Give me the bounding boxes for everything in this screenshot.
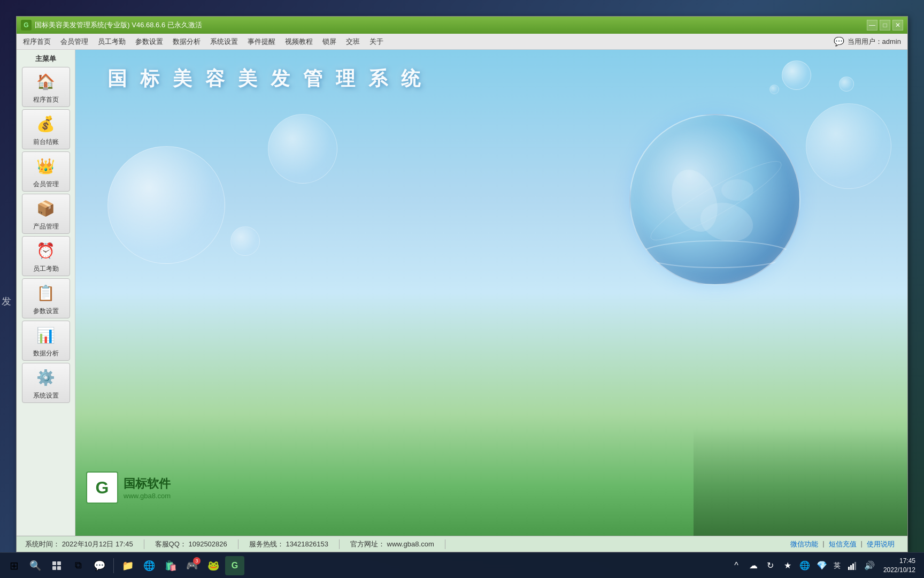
minimize-button[interactable]: —	[867, 20, 877, 31]
status-links: 微信功能 | 短信充值 | 使用说明	[786, 539, 899, 549]
sidebar-item-params[interactable]: 📋 参数设置	[22, 278, 70, 318]
sidebar-item-member[interactable]: 👑 会员管理	[22, 151, 70, 192]
product-icon: 📦	[34, 196, 58, 220]
bubble-small-center	[230, 226, 260, 256]
svg-point-3	[641, 241, 791, 268]
file-explorer-button[interactable]: 📁	[118, 556, 137, 575]
sidebar-item-attendance[interactable]: ⏰ 员工考勤	[22, 236, 70, 276]
menu-video[interactable]: 视频教程	[281, 35, 317, 48]
sidebar-item-home[interactable]: 🏠 程序首页	[22, 67, 70, 107]
title-bar: G 国标美容美发管理系统(专业版) V46.68.6.6 已永久激活 — □ ✕	[17, 17, 907, 34]
menu-attendance[interactable]: 员工考勤	[94, 35, 130, 48]
bubble-large-left	[107, 146, 225, 264]
search-button[interactable]: 🔍	[26, 556, 45, 575]
system-title: 国 标 美 容 美 发 管 理 系 统	[107, 66, 425, 92]
task-view-button[interactable]	[47, 556, 66, 575]
bubble-top-right	[782, 60, 811, 90]
taskbar-tray: ^ ☁ ↻ ★ 🌐 💎 英 🔊 17:45 2022/10/12	[729, 557, 920, 575]
menu-user-area: 💬 当用用户：admin	[834, 36, 905, 47]
sidebar-label-analytics: 数据分析	[33, 349, 59, 358]
tray-expand[interactable]: ^	[729, 558, 744, 573]
tray-app4[interactable]: 🌐	[797, 558, 812, 573]
analytics-icon: 📊	[34, 323, 58, 347]
tray-app3[interactable]: ★	[780, 558, 795, 573]
menu-system[interactable]: 系统设置	[206, 35, 242, 48]
window-title: 国标美容美发管理系统(专业版) V46.68.6.6 已永久激活	[35, 20, 867, 30]
home-icon: 🏠	[34, 70, 58, 93]
time-label: 系统时间：	[25, 540, 60, 548]
status-time: 系统时间： 2022年10月12日 17:45	[25, 539, 144, 549]
start-button[interactable]: ⊞	[4, 556, 24, 575]
menu-bar: 程序首页 会员管理 员工考勤 参数设置 数据分析 系统设置 事件提醒 视频教程 …	[17, 34, 907, 50]
sidebar-header: 主菜单	[35, 52, 56, 67]
sidebar-label-params: 参数设置	[33, 307, 59, 316]
bubble-large-right	[806, 103, 891, 189]
tray-network[interactable]	[845, 558, 860, 573]
app1-button[interactable]: 🐸	[204, 556, 223, 575]
maximize-button[interactable]: □	[880, 20, 890, 31]
sidebar-label-home: 程序首页	[33, 95, 59, 104]
taskbar: ⊞ 🔍 ⧉ 💬 📁 🌐 🛍️ 🎮 3 🐸 G ^ ☁ ↻ ★ 🌐 💎 英	[0, 552, 924, 578]
menu-home[interactable]: 程序首页	[19, 35, 55, 48]
sidebar-item-sysconfig[interactable]: ⚙️ 系统设置	[22, 363, 70, 403]
menu-shift[interactable]: 交班	[342, 35, 364, 48]
sidebar: 主菜单 🏠 程序首页 💰 前台结账 👑 会员管理 📦 产品管理 ⏰ 员工考勤	[17, 50, 75, 536]
main-area: 主菜单 🏠 程序首页 💰 前台结账 👑 会员管理 📦 产品管理 ⏰ 员工考勤	[17, 50, 907, 536]
chat-button[interactable]: 💬	[90, 556, 109, 575]
logo-url: www.gba8.com	[124, 492, 171, 500]
link-wechat[interactable]: 微信功能	[786, 539, 822, 549]
qq-label: 客服QQ：	[155, 540, 187, 548]
svg-rect-6	[57, 561, 61, 565]
link-sms[interactable]: 短信充值	[825, 539, 861, 549]
app-icon: G	[21, 20, 32, 31]
close-button[interactable]: ✕	[892, 20, 903, 31]
menu-about[interactable]: 关于	[365, 35, 388, 48]
sidebar-item-product[interactable]: 📦 产品管理	[22, 194, 70, 234]
bubble-top-right3	[769, 85, 779, 94]
tray-lang[interactable]: 英	[831, 561, 843, 571]
xbox-badge: 3	[193, 557, 201, 565]
svg-rect-7	[52, 566, 56, 570]
checkout-icon: 💰	[34, 112, 58, 135]
sidebar-item-analytics[interactable]: 📊 数据分析	[22, 321, 70, 361]
params-icon: 📋	[34, 281, 58, 305]
tray-cloud[interactable]: ☁	[746, 558, 761, 573]
member-icon: 👑	[34, 154, 58, 178]
menu-events[interactable]: 事件提醒	[243, 35, 280, 48]
logo-name: 国标软件	[124, 476, 171, 492]
tray-refresh[interactable]: ↻	[763, 558, 778, 573]
tray-volume[interactable]: 🔊	[862, 558, 877, 573]
globe	[629, 114, 800, 285]
tray-app5[interactable]: 💎	[814, 558, 829, 573]
sidebar-item-checkout[interactable]: 💰 前台结账	[22, 109, 70, 149]
svg-rect-10	[850, 565, 852, 570]
edge-button[interactable]: 🌐	[140, 556, 159, 575]
time-value: 2022年10月12日 17:45	[62, 540, 133, 548]
logo-text: 国标软件 www.gba8.com	[124, 476, 171, 500]
taskbar-clock[interactable]: 17:45 2022/10/12	[879, 557, 920, 575]
menu-settings[interactable]: 参数设置	[131, 35, 167, 48]
status-website: 官方网址： www.gba8.com	[340, 539, 445, 549]
qq-value: 1092502826	[188, 540, 227, 548]
menu-lock[interactable]: 锁屏	[318, 35, 341, 48]
widgets-button[interactable]: ⧉	[68, 556, 88, 575]
app2-button[interactable]: G	[225, 556, 244, 575]
link-manual[interactable]: 使用说明	[863, 539, 899, 549]
chat-icon[interactable]: 💬	[834, 36, 844, 47]
attendance-icon: ⏰	[34, 239, 58, 262]
menu-member[interactable]: 会员管理	[56, 35, 93, 48]
user-label: 当用用户：admin	[848, 37, 901, 47]
store-button[interactable]: 🛍️	[161, 556, 180, 575]
menu-data[interactable]: 数据分析	[168, 35, 205, 48]
status-bar: 系统时间： 2022年10月12日 17:45 客服QQ： 1092502826…	[17, 536, 907, 552]
clock-time: 17:45	[883, 557, 915, 566]
sidebar-label-checkout: 前台结账	[33, 138, 59, 147]
website-label: 官方网址：	[350, 540, 385, 548]
xbox-button[interactable]: 🎮 3	[182, 556, 202, 575]
bubble-medium-center	[268, 114, 337, 184]
clock-date: 2022/10/12	[883, 566, 915, 575]
bubble-top-right2	[839, 77, 854, 92]
website-value: www.gba8.com	[387, 540, 434, 548]
svg-rect-11	[852, 564, 854, 570]
sidebar-label-sysconfig: 系统设置	[33, 391, 59, 400]
